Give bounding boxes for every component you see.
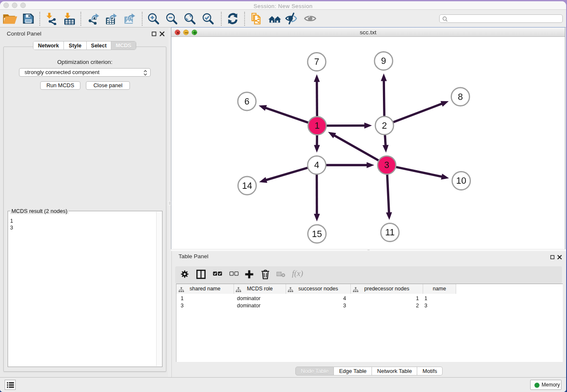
svg-text:9: 9 bbox=[381, 56, 386, 66]
svg-text:6: 6 bbox=[245, 97, 250, 107]
svg-text:3: 3 bbox=[384, 160, 389, 170]
svg-text:15: 15 bbox=[312, 229, 322, 239]
svg-text:2: 2 bbox=[382, 121, 387, 131]
svg-text:7: 7 bbox=[314, 57, 319, 67]
svg-text:8: 8 bbox=[458, 92, 463, 102]
svg-text:1: 1 bbox=[315, 121, 320, 131]
svg-text:4: 4 bbox=[314, 160, 319, 170]
svg-text:11: 11 bbox=[385, 227, 394, 237]
svg-text:14: 14 bbox=[242, 181, 252, 191]
svg-text:10: 10 bbox=[456, 176, 466, 186]
